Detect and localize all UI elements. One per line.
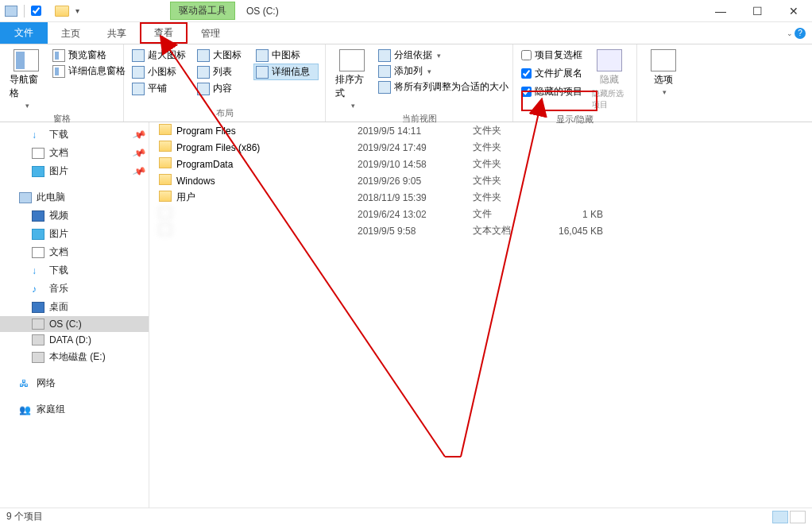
- sidebar-item[interactable]: 本地磁盘 (E:): [0, 348, 149, 366]
- file-row[interactable]: 2019/6/24 13:02文件1 KB: [149, 206, 812, 222]
- sidebar-item[interactable]: 图片: [0, 225, 149, 243]
- layout-tiles[interactable]: 平铺: [130, 81, 194, 96]
- details-pane-button[interactable]: 详细信息窗格: [51, 64, 127, 79]
- pin-icon: 📌: [132, 127, 147, 141]
- sidebar-item[interactable]: 视频: [0, 207, 149, 225]
- file-row[interactable]: 2019/9/5 9:58文本文档16,045 KB: [149, 222, 812, 239]
- sidebar-item[interactable]: 文档📌: [0, 144, 149, 162]
- folder-icon: [159, 157, 172, 168]
- file-date: 2019/9/24 17:49: [358, 142, 473, 153]
- pin-icon: 📌: [132, 145, 147, 160]
- sidebar-item-label: 此电脑: [37, 191, 65, 204]
- sidebar-item-label: 网络: [37, 376, 56, 390]
- sidebar-item-label: 桌面: [49, 300, 68, 314]
- layout-xl-icons[interactable]: 超大图标: [130, 48, 194, 63]
- ribbon-help[interactable]: ⌄?: [785, 22, 812, 44]
- sidebar-item-label: 图片: [49, 227, 68, 241]
- layout-l-icons[interactable]: 大图标: [195, 48, 253, 63]
- fit-columns-button[interactable]: 将所有列调整为合适的大小: [377, 79, 510, 95]
- sidebar-item[interactable]: ↓下载: [0, 261, 149, 280]
- layout-details[interactable]: 详细信息: [253, 64, 319, 80]
- tab-file[interactable]: 文件: [0, 22, 48, 44]
- tab-home[interactable]: 主页: [48, 22, 94, 44]
- network-icon: 🖧: [19, 378, 32, 389]
- qat-checkbox[interactable]: [31, 6, 41, 16]
- folder-icon: [55, 6, 69, 17]
- file-type: 文件: [473, 207, 544, 221]
- sidebar-item[interactable]: 此电脑: [0, 188, 149, 207]
- file-extensions-toggle[interactable]: 文件扩展名: [520, 66, 584, 81]
- sidebar-item[interactable]: DATA (D:): [0, 332, 149, 348]
- group-by-button[interactable]: 分组依据▾: [377, 48, 510, 63]
- sort-by-button[interactable]: 排序方式 ▾: [332, 48, 372, 111]
- options-button[interactable]: 选项 ▾: [644, 48, 683, 108]
- view-large-icon[interactable]: [790, 511, 806, 523]
- sidebar-item[interactable]: 文档: [0, 243, 149, 261]
- sidebar-item-label: 下载: [49, 264, 68, 277]
- file-date: 2019/9/10 14:58: [358, 159, 473, 170]
- file-date: 2019/9/26 9:05: [358, 176, 473, 187]
- vid-icon: [32, 210, 44, 222]
- qat-dropdown[interactable]: ▾: [72, 6, 83, 15]
- file-row[interactable]: Program Files2019/9/5 14:11文件夹: [149, 122, 812, 139]
- item-checkboxes-toggle[interactable]: 项目复选框: [520, 48, 584, 63]
- folder-icon: [159, 191, 172, 202]
- sidebar-item-label: 本地磁盘 (E:): [49, 350, 106, 364]
- file-icon: [159, 224, 172, 235]
- sidebar-item[interactable]: OS (C:): [0, 316, 149, 332]
- folder-icon: [159, 124, 172, 135]
- title-bar: ▾ 驱动器工具 OS (C:) — ☐ ✕: [0, 0, 812, 22]
- file-row[interactable]: Program Files (x86)2019/9/24 17:49文件夹: [149, 139, 812, 156]
- sidebar-item[interactable]: 桌面: [0, 298, 149, 316]
- drive-icon: [32, 352, 44, 363]
- view-details-icon[interactable]: [772, 511, 788, 523]
- file-row[interactable]: ProgramData2019/9/10 14:58文件夹: [149, 156, 812, 172]
- file-list[interactable]: Program Files2019/9/5 14:11文件夹Program Fi…: [149, 122, 812, 508]
- file-date: 2019/6/24 13:02: [358, 209, 473, 220]
- status-bar: 9 个项目: [0, 508, 812, 525]
- tab-share[interactable]: 共享: [94, 22, 140, 44]
- nav-sidebar[interactable]: ↓下载📌文档📌图片📌此电脑视频图片文档↓下载♪音乐桌面OS (C:)DATA (…: [0, 122, 149, 508]
- nav-pane-button[interactable]: 导航窗格 ▾: [6, 48, 46, 111]
- file-name: 用户: [176, 191, 195, 204]
- file-row[interactable]: Windows2019/9/26 9:05文件夹: [149, 172, 812, 189]
- file-type: 文件夹: [473, 174, 544, 187]
- sidebar-item[interactable]: ↓下载📌: [0, 125, 149, 144]
- preview-pane-button[interactable]: 预览窗格: [51, 48, 127, 63]
- pic-icon: [32, 229, 44, 240]
- download-icon: ↓: [32, 129, 44, 141]
- desk-icon: [32, 302, 44, 313]
- file-row[interactable]: 用户2018/11/9 15:39文件夹: [149, 189, 812, 206]
- sidebar-item[interactable]: ♪音乐: [0, 280, 149, 298]
- file-size: 16,045 KB: [544, 226, 616, 237]
- file-type: 文件夹: [473, 141, 544, 154]
- sidebar-item-label: OS (C:): [49, 318, 82, 330]
- sidebar-item[interactable]: 🖧网络: [0, 374, 149, 392]
- sidebar-item-label: 音乐: [49, 282, 68, 295]
- nav-pane-label: 导航窗格: [10, 73, 43, 100]
- maximize-button[interactable]: ☐: [739, 0, 775, 22]
- main-area: ↓下载📌文档📌图片📌此电脑视频图片文档↓下载♪音乐桌面OS (C:)DATA (…: [0, 122, 812, 508]
- layout-content[interactable]: 内容: [195, 81, 253, 96]
- file-date: 2019/9/5 9:58: [358, 226, 473, 237]
- tab-manage[interactable]: 管理: [188, 22, 234, 44]
- context-tab-drive-tools[interactable]: 驱动器工具: [170, 2, 235, 20]
- layout-list[interactable]: 列表: [195, 64, 253, 80]
- sidebar-item[interactable]: 👥家庭组: [0, 400, 149, 419]
- sidebar-item[interactable]: 图片📌: [0, 162, 149, 180]
- ribbon: 导航窗格 ▾ 预览窗格 详细信息窗格 窗格 超大图标 大图标 中图标 小图标 列…: [0, 44, 812, 122]
- layout-s-icons[interactable]: 小图标: [130, 64, 194, 80]
- close-button[interactable]: ✕: [775, 0, 812, 22]
- add-columns-button[interactable]: 添加列▾: [377, 64, 510, 79]
- sort-by-label: 排序方式: [335, 73, 369, 100]
- sidebar-item-label: 文档: [49, 146, 68, 160]
- layout-m-icons[interactable]: 中图标: [254, 48, 311, 63]
- folder-icon: [159, 174, 172, 185]
- annotation-highlight-hidden-items: [521, 91, 597, 111]
- minimize-button[interactable]: —: [702, 0, 739, 22]
- file-type: 文本文档: [473, 224, 544, 237]
- tab-view[interactable]: 查看: [140, 22, 188, 44]
- music-icon: ♪: [32, 284, 44, 295]
- sidebar-item-label: 视频: [49, 209, 68, 222]
- file-type: 文件夹: [473, 157, 544, 171]
